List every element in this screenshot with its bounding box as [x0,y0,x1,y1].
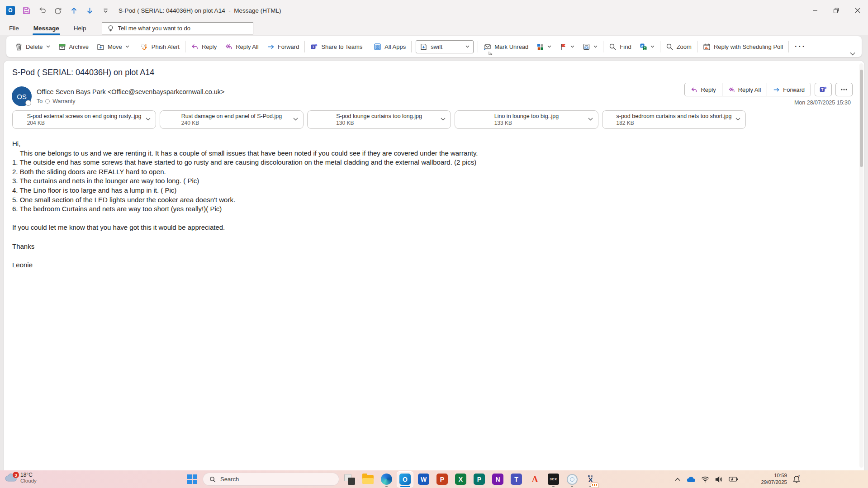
attachment-card[interactable]: S-pod lounge curtains too long.jpg 130 K… [307,110,451,129]
attachment-card[interactable]: S-pod external screws on end going rusty… [12,110,156,129]
restore-button[interactable] [825,0,847,21]
quick-steps-combo[interactable]: swift [416,40,474,53]
header-forward-button[interactable]: Forward [767,83,811,96]
taskbar-clock[interactable]: 10:59 29/07/2025 [753,472,787,486]
recipient-name[interactable]: Warranty [52,98,75,104]
tab-file[interactable]: File [4,23,24,34]
search-icon [609,43,617,51]
undo-button[interactable] [37,5,47,15]
header-reply-button[interactable]: Reply [685,83,722,96]
word-button[interactable]: W [414,470,433,488]
archive-button[interactable]: Archive [54,39,93,54]
redo-button[interactable] [53,5,63,15]
ribbon-separator [697,41,697,52]
tray-chevron-up-icon[interactable] [675,478,680,481]
body-line [12,251,478,261]
attachment-name: Lino in lounge too big..jpg [494,113,559,119]
start-button[interactable] [187,474,197,484]
save-button[interactable] [21,5,31,15]
teams-button[interactable]: T [507,470,526,488]
header-reply-all-button[interactable]: Reply All [722,83,768,96]
phish-alert-button[interactable]: Phish Alert [137,39,184,54]
taskbar-search-input[interactable] [220,476,311,483]
file-explorer-button[interactable] [359,470,377,488]
attachment-chevron-icon[interactable] [293,118,298,121]
running-indicator [385,486,388,487]
scrollbar[interactable] [859,63,863,468]
attachment-card[interactable]: Lino in lounge too big..jpg 133 KB [455,110,598,129]
reply-button[interactable]: Reply [187,39,221,54]
header-teams-button[interactable]: T [815,83,832,96]
edge-icon [381,474,392,485]
taskbar-search[interactable] [203,473,339,486]
attachment-chevron-icon[interactable] [735,118,740,121]
follow-up-flag-button[interactable] [555,39,579,54]
tab-message[interactable]: Message [28,23,65,34]
attachment-card[interactable]: Rust damage on end panel of S-Pod.jpg 24… [160,110,304,129]
acrobat-button[interactable]: A [526,470,544,488]
battery-icon[interactable] [729,476,738,482]
powerpoint-button[interactable]: P [433,470,451,488]
quick-step-icon [420,43,427,51]
tell-me-input[interactable] [118,25,248,32]
onedrive-icon[interactable] [686,476,695,483]
zoom-icon [666,43,674,51]
translate-button[interactable]: a [636,39,659,54]
circle-app-icon [567,474,578,485]
wifi-icon[interactable] [701,476,709,483]
attachment-card[interactable]: s-pod bedroom curtains and nets too shor… [602,110,746,129]
sender-address[interactable]: Office Seven Bays Park <Office@sevenbays… [37,88,225,95]
reply-all-arrow-icon [728,86,735,93]
dialog-launcher-icon[interactable] [489,51,493,55]
attachment-chevron-icon[interactable] [146,118,151,121]
excel-button[interactable]: X [451,470,470,488]
forward-label: Forward [278,43,299,50]
outlook-app-glyph: O [6,6,15,15]
volume-icon[interactable] [715,476,723,483]
share-to-teams-button[interactable]: T Share to Teams [306,39,366,54]
reply-all-label: Reply All [236,43,259,50]
onenote-button[interactable]: N [489,470,507,488]
mark-unread-button[interactable]: Mark Unread [479,39,532,54]
task-view-button[interactable] [340,470,359,488]
teams-icon: T [310,43,318,51]
move-up-button[interactable] [69,5,79,15]
collapse-ribbon-chevron[interactable] [850,52,855,56]
circle-app-button[interactable] [563,470,581,488]
forward-arrow-icon [267,43,275,51]
forward-button[interactable]: Forward [263,39,304,54]
edge-button[interactable] [377,470,396,488]
notification-bell-icon[interactable]: z [792,474,801,483]
outlook-app-icon: O [5,5,15,15]
attachment-chevron-icon[interactable] [588,118,593,121]
reply-with-scheduling-poll-button[interactable]: Reply with Scheduling Poll [699,39,787,54]
header-more-actions-button[interactable] [835,83,853,96]
move-down-button[interactable] [85,5,95,15]
reply-all-button[interactable]: Reply All [221,39,263,54]
mark-unread-icon [484,43,491,51]
message-options-button[interactable] [579,39,602,54]
categorize-button[interactable] [532,39,555,54]
tab-help[interactable]: Help [68,23,92,34]
outlook-button[interactable]: O [396,470,414,488]
find-button[interactable]: Find [605,39,635,54]
minimize-button[interactable] [804,0,825,21]
chevron-down-icon [465,45,470,48]
zoom-button[interactable]: Zoom [662,39,696,54]
customize-qat-chevron-icon[interactable] [100,5,110,15]
publisher-button[interactable]: P [470,470,489,488]
sender-avatar[interactable]: OS [12,86,32,106]
tell-me-search[interactable] [102,22,253,34]
all-apps-button[interactable]: All Apps [370,39,410,54]
weather-widget[interactable]: 3 18°C Cloudy [5,472,37,483]
threecx-button[interactable]: 3CX [544,470,563,488]
reply-all-arrow-icon [225,43,232,51]
more-commands-button[interactable]: ··· [790,43,811,51]
attachment-chevron-icon[interactable] [441,118,446,121]
weather-temp: 18°C [20,472,37,478]
move-button[interactable]: Move [93,39,133,54]
close-button[interactable] [847,0,868,21]
scrollbar-thumb[interactable] [860,70,863,167]
message-pane: S-Pod ( SERIAL: 044036H) on plot A14 OS … [4,61,864,470]
delete-button[interactable]: Delete [11,39,54,54]
